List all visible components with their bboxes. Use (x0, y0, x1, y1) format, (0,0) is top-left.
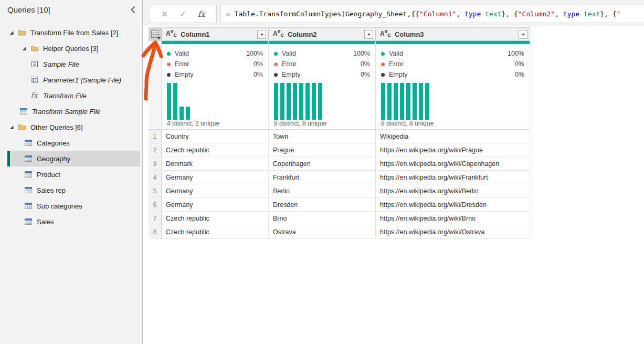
tree-item-sales[interactable]: Sales (0, 214, 142, 230)
cell[interactable]: Ostrava (269, 225, 376, 239)
column-header-column1[interactable]: ABC Column1 (162, 28, 269, 40)
table-row: 7 Czech republic Brno https://en.wikiped… (149, 212, 530, 225)
value-distribution-histogram (381, 83, 524, 120)
table-icon (24, 202, 33, 210)
tree-item-other-queries[interactable]: Other Queries [6] (0, 119, 142, 135)
table-icon (151, 30, 159, 38)
table-row: 2 Czech republic Prague https://en.wikip… (149, 143, 530, 157)
expand-triangle-icon[interactable] (9, 125, 14, 130)
table-row: 4 Germany Frankfurt https://en.wikipedia… (149, 171, 530, 184)
tree-item-transform-file[interactable]: fx Transform File (0, 88, 142, 103)
error-stat: Error0% (381, 59, 524, 69)
tree-item-sample-file[interactable]: Sample File (0, 56, 142, 72)
table-options-button[interactable] (149, 28, 162, 40)
table-row: 1 Country Town Wikipedia (149, 130, 530, 143)
distinct-unique-caption: 8 distinct, 8 unique (381, 120, 524, 127)
column-profile-column1: Valid100% Error0% Empty0% 4 distinct, 2 … (162, 44, 269, 129)
add-step-fx-button[interactable]: fx (198, 9, 205, 19)
cell[interactable]: Czech republic (162, 212, 269, 225)
expand-triangle-icon[interactable] (9, 30, 14, 35)
table-icon (24, 139, 33, 147)
empty-stat: Empty0% (274, 69, 370, 80)
valid-stat: Valid100% (274, 48, 370, 59)
row-number[interactable]: 5 (149, 184, 162, 198)
cell[interactable]: Germany (162, 198, 269, 212)
valid-stat: Valid100% (381, 48, 524, 59)
cell[interactable]: Germany (162, 171, 269, 184)
table-row: 8 Czech republic Ostrava https://en.wiki… (149, 225, 530, 239)
tree-item-sub-categories[interactable]: Sub categories (0, 198, 142, 214)
cell[interactable]: https://en.wikipedia.org/wiki/Copenhagen (376, 157, 530, 171)
valid-dot-icon (167, 52, 171, 56)
error-dot-icon (381, 62, 385, 66)
filter-dropdown-button[interactable] (257, 30, 266, 39)
column-header-column2[interactable]: ABC Column2 (269, 28, 376, 40)
chevron-down-icon (157, 37, 161, 39)
tree-item-transform-file-from-sales[interactable]: Transform File from Sales [2] (0, 25, 142, 40)
text-type-icon: ABC (166, 30, 177, 38)
cell[interactable]: Prague (269, 143, 376, 157)
error-dot-icon (274, 62, 278, 66)
tree-item-transform-sample-file[interactable]: Transform Sample File (0, 103, 142, 119)
cell[interactable]: Germany (162, 184, 269, 198)
error-dot-icon (167, 62, 171, 66)
row-number[interactable]: 7 (149, 212, 162, 225)
folder-icon (18, 28, 26, 37)
cell[interactable]: Town (269, 130, 376, 143)
cell[interactable]: https://en.wikipedia.org/wiki/Frankfurt (376, 171, 530, 184)
table-icon (19, 107, 28, 116)
table-icon (24, 217, 33, 226)
row-number[interactable]: 1 (149, 130, 162, 143)
cell[interactable]: Copenhagen (269, 157, 376, 171)
row-number[interactable]: 8 (149, 225, 162, 239)
cell[interactable]: https://en.wikipedia.org/wiki/Dresden (376, 198, 530, 212)
row-number[interactable]: 6 (149, 198, 162, 212)
cell[interactable]: https://en.wikipedia.org/wiki/Berlin (376, 184, 530, 198)
valid-dot-icon (381, 52, 385, 56)
collapse-queries-pane-button[interactable] (130, 6, 136, 14)
tree-item-product[interactable]: Product (0, 166, 142, 182)
tree-item-categories[interactable]: Categories (0, 135, 142, 151)
document-icon (30, 60, 39, 68)
cell[interactable]: Country (162, 130, 269, 143)
cell[interactable]: Berlin (269, 184, 376, 198)
tree-item-parameter1-sample-file[interactable]: Parameter1 (Sample File) (0, 72, 142, 88)
cell[interactable]: Wikipedia (376, 130, 530, 143)
error-stat: Error0% (274, 59, 370, 69)
row-number[interactable]: 4 (149, 171, 162, 184)
cell[interactable]: Denmark (162, 157, 269, 171)
expand-triangle-icon[interactable] (22, 46, 27, 51)
tree-item-sales-rep[interactable]: Sales rep (0, 182, 142, 198)
row-number[interactable]: 2 (149, 143, 162, 157)
cell[interactable]: Brno (269, 212, 376, 225)
profile-spacer (149, 44, 162, 129)
cell[interactable]: Czech republic (162, 225, 269, 239)
folder-icon (18, 123, 26, 131)
table-row: 6 Germany Dresden https://en.wikipedia.o… (149, 198, 530, 212)
grid-header-row: ABC Column1 ABC Column2 ABC Column3 (149, 27, 530, 41)
cell[interactable]: Czech republic (162, 143, 269, 157)
text-type-icon: ABC (273, 30, 284, 38)
commit-formula-button[interactable]: ✓ (180, 9, 186, 19)
text-type-icon: ABC (380, 30, 391, 38)
tree-item-helper-queries[interactable]: Helper Queries [3] (0, 40, 142, 56)
value-distribution-histogram (167, 83, 263, 120)
column-header-column3[interactable]: ABC Column3 (376, 28, 530, 40)
tree-item-geography[interactable]: Geography (7, 151, 140, 166)
cell[interactable]: https://en.wikipedia.org/wiki/Brno (376, 212, 530, 225)
empty-stat: Empty0% (167, 69, 263, 80)
cell[interactable]: https://en.wikipedia.org/wiki/Prague (376, 143, 530, 157)
filter-dropdown-button[interactable] (519, 30, 527, 39)
cell[interactable]: Frankfurt (269, 171, 376, 184)
table-row: 3 Denmark Copenhagen https://en.wikipedi… (149, 157, 530, 171)
formula-input[interactable]: = Table.TransformColumnTypes(Geography_S… (220, 5, 644, 23)
cell[interactable]: Dresden (269, 198, 376, 212)
table-icon (24, 186, 33, 194)
distinct-unique-caption: 8 distinct, 8 unique (274, 120, 370, 127)
table-icon (24, 170, 33, 179)
table-row: 5 Germany Berlin https://en.wikipedia.or… (149, 184, 530, 198)
row-number[interactable]: 3 (149, 157, 162, 171)
cell[interactable]: https://en.wikipedia.org/wiki/Ostrava (376, 225, 530, 239)
cancel-formula-button[interactable]: ✕ (161, 9, 168, 19)
filter-dropdown-button[interactable] (364, 30, 373, 39)
